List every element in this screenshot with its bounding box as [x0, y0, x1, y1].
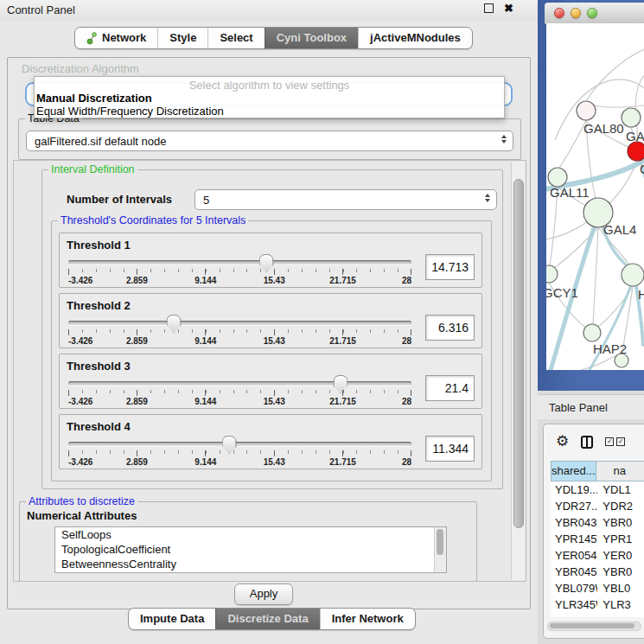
split-columns-icon[interactable] — [581, 436, 593, 449]
minimize-traffic-light-icon[interactable] — [571, 8, 581, 18]
network-window-titlebar[interactable] — [545, 3, 644, 24]
table-panel-toolbar: ⚙ ✓ ✓ — [544, 428, 644, 456]
slider-track[interactable] — [68, 381, 411, 386]
list-item[interactable]: SelfLoops — [55, 527, 446, 542]
node-ga[interactable] — [622, 108, 641, 127]
table-row[interactable]: YLR345WYLR3 — [551, 596, 644, 613]
threshold-1-slider[interactable]: -3.426 2.859 9.144 15.43 21.715 28 — [67, 254, 413, 285]
node-red-selected[interactable] — [628, 142, 644, 161]
table-row[interactable]: YDR27...YDR2 — [551, 498, 644, 514]
list-item[interactable]: BetweennessCentrality — [55, 557, 446, 571]
table-panel-window: ⚙ ✓ ✓ shared... na YDL19...YDL1 YDR27...… — [543, 424, 644, 639]
thresholds-group: Threshold's Coordinates for 5 Intervals … — [51, 220, 492, 481]
list-scrollbar[interactable] — [434, 527, 446, 572]
algorithm-prompt-option[interactable]: Select algorithm to view settings — [35, 79, 504, 92]
tab-jactivemnodules[interactable]: jActiveMNodules — [358, 28, 472, 48]
node-label-gal11: GAL11 — [550, 185, 590, 200]
threshold-2-value-field[interactable]: 6.316 — [425, 315, 475, 341]
number-of-intervals-combobox[interactable]: 5 — [194, 189, 497, 210]
node-label-c-partial: C — [640, 162, 644, 176]
table-row[interactable]: YDL19...YDL1 — [551, 481, 644, 498]
table-data-group: Table Data galFiltered.sif default node — [18, 118, 521, 160]
control-panel-window: Control Panel ✖ Network Style Select Cyn… — [0, 0, 539, 644]
node-gal80[interactable] — [577, 101, 596, 120]
threshold-3-slider[interactable]: -3.426 2.859 9.144 15.43 21.715 28 — [67, 375, 413, 406]
network-canvas[interactable]: GAL80 GA C GAL11 GAL4 GCY1 H HAP2 — [546, 23, 644, 370]
node-label-ga-partial: GA — [626, 129, 644, 143]
threshold-2-panel: Threshold 2 -3.426 2.859 — [59, 293, 482, 348]
float-window-icon[interactable] — [484, 3, 494, 13]
cell-name: YIL0 — [597, 613, 644, 617]
combo-spinner-icon[interactable] — [501, 135, 507, 143]
tab-discretize-data[interactable]: Discretize Data — [215, 609, 319, 629]
scale-label: -3.426 — [68, 336, 92, 346]
table-horizontal-scrollbar[interactable] — [547, 622, 641, 631]
scale-label: 2.859 — [126, 336, 148, 346]
scale-label: 21.715 — [329, 276, 356, 285]
tab-label: jActiveMNodules — [370, 28, 461, 48]
interval-definition-group: Interval Definition Number of Intervals … — [41, 169, 503, 489]
node-hap2[interactable] — [583, 324, 601, 341]
number-of-intervals-value: 5 — [203, 194, 209, 207]
node-gcy1[interactable] — [546, 265, 558, 283]
select-columns-icon[interactable]: ✓ ✓ — [605, 437, 625, 446]
node-table: shared... na YDL19...YDL1 YDR27...YDR2 Y… — [551, 461, 644, 617]
scale-label: 2.859 — [126, 457, 148, 467]
interval-definition-title: Interval Definition — [48, 163, 137, 175]
slider-track[interactable] — [68, 442, 411, 446]
slider-scale-labels: -3.426 2.859 9.144 15.43 21.715 28 — [68, 457, 411, 467]
cell-name: YBR0 — [597, 514, 644, 531]
tab-select[interactable]: Select — [207, 28, 264, 48]
threshold-1-value-field[interactable]: 14.713 — [425, 254, 475, 280]
threshold-3-value-field[interactable]: 21.4 — [425, 375, 475, 401]
scrollbar-thumb[interactable] — [550, 623, 634, 628]
table-row[interactable]: YIL052CYIL0 — [551, 613, 644, 617]
threshold-4-slider[interactable]: -3.426 2.859 9.144 15.43 21.715 28 — [67, 436, 413, 467]
slider-track[interactable] — [68, 321, 411, 325]
threshold-3-panel: Threshold 3 -3.426 2.859 — [59, 354, 482, 409]
column-header-shared-name[interactable]: shared... — [552, 462, 596, 481]
threshold-2-slider[interactable]: -3.426 2.859 9.144 15.43 21.715 28 — [67, 315, 413, 346]
slider-track[interactable] — [68, 260, 411, 265]
cell-name: YLR3 — [597, 596, 644, 613]
tab-network[interactable]: Network — [75, 28, 157, 48]
table-row[interactable]: YPR145WYPR1 — [551, 531, 644, 547]
apply-button[interactable]: Apply — [234, 583, 293, 605]
scale-label: 9.144 — [194, 336, 216, 346]
node-h[interactable] — [622, 264, 644, 286]
tab-cyni-toolbox[interactable]: Cyni Toolbox — [265, 28, 358, 48]
scale-label: 21.715 — [329, 457, 356, 467]
cell-shared-name: YBL079W — [551, 580, 597, 596]
scrollbar-thumb[interactable] — [513, 179, 524, 528]
table-row[interactable]: YER054CYER0 — [551, 547, 644, 564]
tab-infer-network[interactable]: Infer Network — [320, 609, 415, 629]
tab-label: Infer Network — [332, 609, 404, 629]
algorithm-option-manual[interactable]: Manual Discretization — [35, 92, 504, 105]
gear-icon[interactable]: ⚙ — [556, 434, 569, 450]
node-label-h-partial: H — [638, 287, 644, 302]
algorithm-dropdown-popup: Select algorithm to view settings Manual… — [34, 76, 505, 118]
screen: Control Panel ✖ Network Style Select Cyn… — [0, 0, 644, 644]
table-data-combobox[interactable]: galFiltered.sif default node — [26, 131, 513, 151]
scale-label: -3.426 — [68, 276, 92, 285]
combo-spinner-icon[interactable] — [485, 194, 490, 202]
close-icon[interactable]: ✖ — [504, 3, 513, 14]
threshold-4-panel: Threshold 4 -3.426 2.859 — [59, 414, 482, 469]
node-label-gal80: GAL80 — [583, 121, 624, 136]
table-panel-title: Table Panel — [549, 401, 608, 414]
control-panel-titlebar[interactable]: Control Panel ✖ — [0, 0, 538, 21]
list-item[interactable]: TopologicalCoefficient — [55, 542, 446, 557]
zoom-traffic-light-icon[interactable] — [587, 8, 597, 18]
algorithm-option-equal-width[interactable]: Equal Width/Frequency Discretization — [35, 105, 504, 118]
table-row[interactable]: YBR045CYBR0 — [551, 564, 644, 580]
table-row[interactable]: YBL079WYBL0 — [551, 580, 644, 596]
close-traffic-light-icon[interactable] — [554, 8, 564, 18]
slider-scale-labels: -3.426 2.859 9.144 15.43 21.715 28 — [68, 397, 411, 406]
panel-scrollbar[interactable] — [511, 162, 525, 580]
threshold-4-value-field[interactable]: 11.344 — [425, 436, 475, 462]
tab-impute-data[interactable]: Impute Data — [129, 609, 215, 629]
table-row[interactable]: YBR043CYBR0 — [551, 514, 644, 531]
node-gal11[interactable] — [548, 168, 567, 187]
tab-style[interactable]: Style — [157, 28, 207, 48]
column-header-name[interactable]: na — [596, 462, 644, 481]
